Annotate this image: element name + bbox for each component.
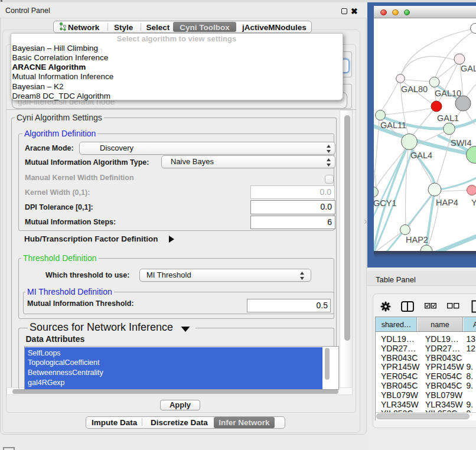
svg-text:GAL1: GAL1: [437, 113, 459, 123]
svg-text:SWI4: SWI4: [451, 138, 471, 148]
svg-text:GAL80: GAL80: [401, 84, 428, 94]
svg-text:HAP4: HAP4: [436, 198, 458, 207]
svg-text:GAL10: GAL10: [435, 89, 461, 98]
svg-text:GAL4: GAL4: [410, 151, 432, 160]
svg-text:Y: Y: [471, 198, 476, 207]
svg-text:HAP2: HAP2: [406, 235, 428, 244]
svg-text:GAL7: GAL7: [461, 64, 476, 73]
svg-text:GCY1: GCY1: [374, 198, 397, 208]
svg-text:GAL11: GAL11: [380, 120, 406, 130]
